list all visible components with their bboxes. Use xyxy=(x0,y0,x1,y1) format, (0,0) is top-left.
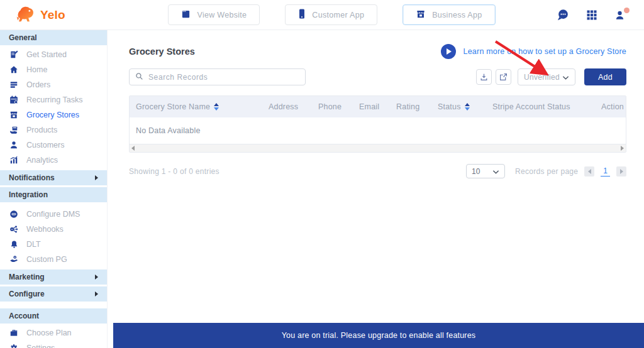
column-status[interactable]: Status xyxy=(431,102,486,111)
trial-banner-text: You are on trial. Please upgrade to enab… xyxy=(282,331,476,340)
sidebar-item-orders[interactable]: Orders xyxy=(0,77,107,92)
page-size-value: 10 xyxy=(472,167,480,176)
sidebar-item-custom-pg[interactable]: Custom PG xyxy=(0,252,107,267)
table-header-row: Grocery Store Name Address Phone Email R… xyxy=(130,96,626,117)
sidebar-item-webhooks[interactable]: Webhooks xyxy=(0,222,107,237)
column-phone: Phone xyxy=(312,102,353,111)
sidebar-section-marketing[interactable]: Marketing xyxy=(0,269,107,285)
column-grocery-store-name[interactable]: Grocery Store Name xyxy=(130,102,262,111)
chevron-down-icon xyxy=(562,72,569,83)
sidebar-section-notifications[interactable]: Notifications xyxy=(0,170,107,185)
sidebar-item-label: Products xyxy=(26,126,57,134)
sidebar-item-label: Settings xyxy=(26,344,55,348)
prev-page-button[interactable] xyxy=(584,166,594,177)
sidebar-item-home[interactable]: Home xyxy=(0,62,107,77)
disc-icon xyxy=(9,210,19,219)
sidebar-item-label: Custom PG xyxy=(26,255,67,264)
product-box-icon xyxy=(9,126,19,134)
chevron-down-icon xyxy=(492,166,499,177)
export-button[interactable] xyxy=(496,69,511,85)
view-website-button[interactable]: View Website xyxy=(168,4,260,25)
sidebar-section-account: Account xyxy=(0,308,107,324)
page-size-dropdown[interactable]: 10 xyxy=(466,164,505,178)
column-address: Address xyxy=(262,102,312,111)
scroll-left-icon[interactable] xyxy=(131,146,135,151)
sidebar-item-dlt[interactable]: DLT xyxy=(0,237,107,252)
home-icon xyxy=(9,65,19,74)
sidebar-item-choose-plan[interactable]: Choose Plan xyxy=(0,325,107,340)
support-chat-icon[interactable] xyxy=(556,8,570,22)
bell-icon xyxy=(9,240,19,249)
column-stripe-account-status: Stripe Account Status xyxy=(486,102,595,111)
current-page-number[interactable]: 1 xyxy=(601,166,610,177)
bar-chart-icon xyxy=(9,156,19,165)
sidebar-item-label: DLT xyxy=(26,240,41,249)
view-website-label: View Website xyxy=(197,11,247,19)
chevron-left-icon xyxy=(588,169,591,174)
phone-icon xyxy=(298,9,306,21)
sidebar-item-get-started[interactable]: Get Started xyxy=(0,47,107,62)
section-label: Configure xyxy=(9,290,45,298)
customer-app-button[interactable]: Customer App xyxy=(285,4,377,25)
sidebar-item-recurring-tasks[interactable]: Recurring Tasks xyxy=(0,92,107,107)
list-icon xyxy=(9,80,19,89)
sidebar-item-label: Recurring Tasks xyxy=(26,95,82,104)
sidebar-item-grocery-stores[interactable]: Grocery Stores xyxy=(0,107,107,122)
topbar-utilities xyxy=(556,8,644,22)
sidebar-item-configure-dms[interactable]: Configure DMS xyxy=(0,207,107,222)
scroll-right-icon[interactable] xyxy=(621,146,624,151)
sidebar-item-label: Home xyxy=(26,65,47,74)
person-icon xyxy=(9,141,19,150)
apps-grid-icon[interactable] xyxy=(585,8,599,22)
business-app-button[interactable]: Business App xyxy=(402,4,495,25)
topbar-actions: View Website Customer App Business App xyxy=(108,4,556,25)
section-label: Account xyxy=(9,312,39,320)
sidebar-item-analytics[interactable]: Analytics xyxy=(0,153,107,168)
download-button[interactable] xyxy=(476,69,492,85)
sidebar-item-label: Webhooks xyxy=(26,225,64,234)
briefcase-icon xyxy=(9,329,19,337)
sidebar-item-customers[interactable]: Customers xyxy=(0,138,107,153)
sidebar-item-settings[interactable]: Settings xyxy=(0,340,107,348)
trial-banner: You are on trial. Please upgrade to enab… xyxy=(113,323,644,348)
search-input[interactable] xyxy=(148,73,299,82)
column-action: Action xyxy=(595,102,626,111)
profile-icon[interactable] xyxy=(614,8,628,22)
horizontal-scrollbar[interactable] xyxy=(130,144,626,152)
notification-dot xyxy=(624,8,630,13)
document-edit-icon xyxy=(9,50,19,59)
chevron-right-icon xyxy=(95,291,98,296)
gear-icon xyxy=(9,344,19,348)
sort-icon[interactable] xyxy=(214,103,219,111)
status-filter-dropdown[interactable]: Unverified xyxy=(518,68,575,85)
empty-state-text: No Data Available xyxy=(130,117,626,144)
add-button[interactable]: Add xyxy=(584,68,626,85)
sidebar-item-label: Analytics xyxy=(26,156,58,165)
webhook-icon xyxy=(9,225,19,234)
section-label: Notifications xyxy=(9,173,55,182)
business-app-label: Business App xyxy=(432,11,482,19)
play-video-button[interactable] xyxy=(441,44,456,59)
brand-name: Yelo xyxy=(40,8,65,22)
lion-logo-icon xyxy=(15,5,36,24)
calendar-icon xyxy=(9,95,19,104)
sidebar-section-configure[interactable]: Configure xyxy=(0,286,107,302)
sidebar: General Get Started Home Orders Recurrin… xyxy=(0,30,108,348)
main-content: Grocery Stores Learn more on how to set … xyxy=(108,30,644,348)
play-icon xyxy=(447,48,452,55)
sidebar-item-label: Choose Plan xyxy=(26,329,72,337)
sort-icon[interactable] xyxy=(465,103,470,111)
app-window: Yelo View Website Customer App Business … xyxy=(0,0,644,348)
search-box[interactable] xyxy=(129,68,306,85)
records-per-page-label: Records per page xyxy=(515,167,578,176)
sidebar-item-products[interactable]: Products xyxy=(0,122,107,138)
page-title: Grocery Stores xyxy=(129,46,195,57)
brand-logo[interactable]: Yelo xyxy=(0,5,108,24)
next-page-button[interactable] xyxy=(616,166,626,177)
search-icon xyxy=(135,72,143,83)
table-toolbar: Unverified Add xyxy=(129,68,626,85)
learn-more-link[interactable]: Learn more on how to set up a Grocery St… xyxy=(464,47,626,56)
pagination-bar: Showing 1 - 0 of 0 entries 10 Records pe… xyxy=(129,164,626,178)
sidebar-item-label: Grocery Stores xyxy=(26,111,79,119)
grocery-stores-table: Grocery Store Name Address Phone Email R… xyxy=(129,95,626,153)
